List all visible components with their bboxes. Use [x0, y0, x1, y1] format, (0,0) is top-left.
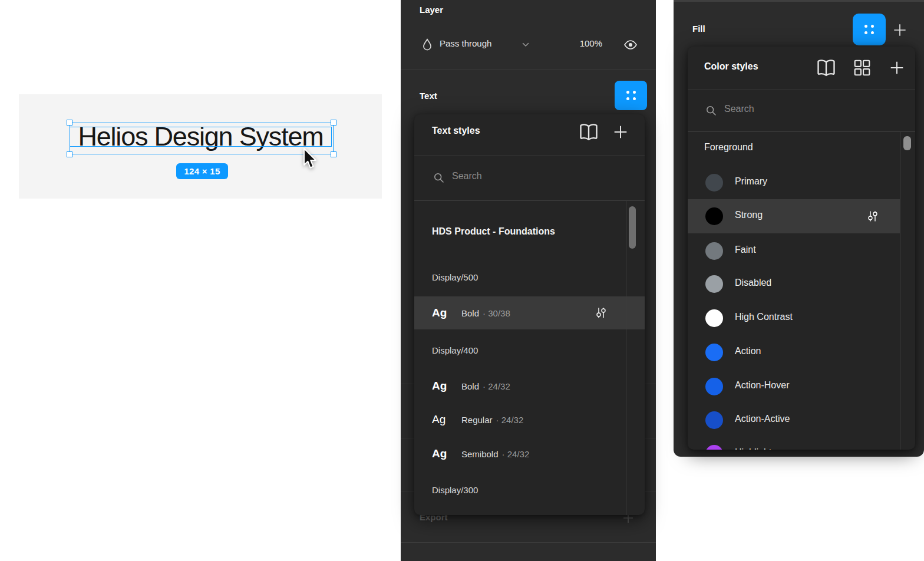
color-style-label: High Contrast: [735, 312, 793, 322]
style-sample: Ag: [432, 380, 447, 392]
text-style-row-bold-24-32[interactable]: Ag Bold· 24/32: [414, 371, 645, 401]
scrollbar-track: [900, 131, 900, 450]
scrollbar-track: [626, 200, 626, 515]
color-style-row-action-active[interactable]: Action-Active: [688, 403, 900, 437]
scrollbar-thumb[interactable]: [629, 206, 636, 249]
dimensions-badge: 124 × 15: [176, 163, 228, 179]
color-style-label: Primary: [735, 176, 767, 187]
style-group-label: Display/400: [432, 345, 478, 355]
text-styles-popover: Text styles Search HDS Product - Foundat…: [414, 114, 645, 515]
text-section-title: Text: [420, 91, 437, 101]
style-group-label: Display/500: [432, 272, 478, 282]
text-style-row-regular-24-32[interactable]: Ag Regular· 24/32: [414, 405, 645, 434]
style-sample: Ag: [432, 447, 447, 460]
color-style-row-faint[interactable]: Faint: [688, 234, 900, 268]
blend-mode-select[interactable]: Pass through: [440, 38, 491, 48]
section-divider: [401, 70, 656, 70]
layer-section-title: Layer: [420, 5, 443, 15]
color-styles-toggle-button[interactable]: [853, 14, 886, 45]
style-sample: Ag: [432, 306, 447, 319]
color-swatch: [705, 309, 723, 327]
text-styles-popover-title: Text styles: [432, 126, 480, 136]
selection-handle-top-right[interactable]: [331, 120, 336, 126]
text-styles-toggle-button[interactable]: [615, 81, 647, 110]
section-divider: [401, 542, 656, 543]
color-swatch: [705, 275, 723, 293]
four-dots-icon: [626, 91, 636, 100]
text-style-row-bold-30-38[interactable]: Ag Bold· 30/38: [414, 296, 645, 329]
divider: [414, 200, 645, 201]
color-style-row-action[interactable]: Action: [688, 335, 900, 369]
color-styles-popover: Color styles Search Foreground Primary S…: [688, 47, 915, 450]
opacity-input[interactable]: 100%: [561, 38, 602, 48]
color-swatch: [705, 207, 723, 225]
color-swatch: [705, 174, 723, 192]
color-style-label: Action: [735, 346, 761, 357]
color-style-row-action-hover[interactable]: Action-Hover: [688, 369, 900, 404]
style-name: Semibold· 24/32: [461, 449, 529, 459]
four-dots-icon: [864, 25, 874, 34]
color-style-row-disabled[interactable]: Disabled: [688, 267, 900, 301]
add-text-style-icon[interactable]: [610, 122, 631, 142]
color-styles-popover-title: Color styles: [704, 61, 758, 72]
library-name: HDS Product - Foundations: [432, 226, 555, 237]
divider: [688, 131, 915, 132]
text-style-row-semibold-24-32[interactable]: Ag Semibold· 24/32: [414, 439, 645, 468]
color-group-label: Foreground: [704, 142, 753, 153]
text-layer-outline[interactable]: [70, 127, 332, 147]
color-swatch: [705, 411, 723, 429]
color-style-label: Action-Active: [735, 414, 790, 424]
scrollbar-thumb[interactable]: [903, 136, 911, 150]
style-name: Bold· 24/32: [461, 381, 510, 391]
divider: [414, 156, 645, 156]
selection-handle-bottom-left[interactable]: [67, 151, 72, 157]
edit-style-sliders-icon[interactable]: [595, 306, 608, 319]
grid-view-icon[interactable]: [852, 59, 872, 77]
visibility-eye-icon[interactable]: [622, 38, 639, 52]
selection-handle-bottom-right[interactable]: [331, 151, 336, 157]
color-style-row-highlight[interactable]: Highlight: [688, 437, 900, 450]
chevron-down-icon[interactable]: [522, 42, 529, 47]
edit-style-sliders-icon[interactable]: [866, 210, 879, 223]
color-style-label: Action-Hover: [735, 380, 789, 391]
add-color-style-icon[interactable]: [886, 58, 908, 78]
color-style-row-high-contrast[interactable]: High Contrast: [688, 301, 900, 335]
style-name: Bold· 30/38: [461, 308, 510, 318]
color-style-row-primary[interactable]: Primary: [688, 166, 900, 200]
fill-section-title: Fill: [692, 24, 705, 34]
color-styles-search-input[interactable]: Search: [724, 104, 754, 114]
color-style-label: Highlight: [735, 447, 771, 450]
library-book-icon[interactable]: [816, 58, 837, 78]
text-styles-search-input[interactable]: Search: [452, 171, 482, 182]
color-style-label: Disabled: [735, 278, 771, 288]
style-name: Regular· 24/32: [461, 415, 523, 425]
search-icon: [705, 105, 717, 117]
divider: [688, 90, 915, 90]
color-swatch: [705, 344, 723, 361]
selection-handle-top-left[interactable]: [67, 120, 72, 126]
style-group-label: Display/300: [432, 485, 478, 495]
color-swatch: [705, 445, 723, 450]
color-swatch: [705, 378, 723, 395]
color-swatch: [705, 242, 723, 260]
blend-mode-icon: [422, 38, 433, 52]
mouse-cursor-icon: [300, 147, 318, 170]
library-book-icon[interactable]: [578, 122, 599, 142]
color-style-label: Strong: [735, 210, 763, 220]
color-style-row-strong[interactable]: Strong: [688, 199, 900, 233]
style-sample: Ag: [432, 413, 446, 426]
search-icon: [433, 172, 445, 184]
color-style-label: Faint: [735, 245, 756, 255]
add-fill-icon[interactable]: [890, 21, 910, 39]
